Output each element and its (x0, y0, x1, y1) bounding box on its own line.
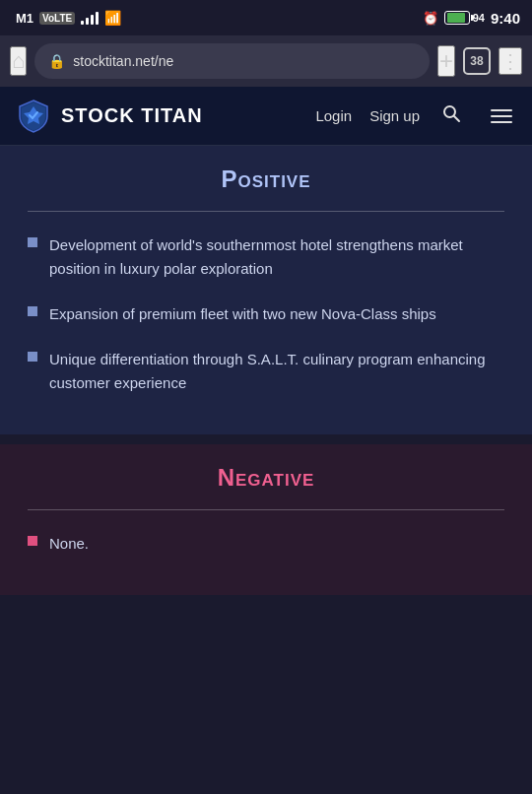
site-logo[interactable]: STOCK TITAN (16, 99, 315, 134)
new-tab-button[interactable]: + (437, 45, 455, 77)
hamburger-line (491, 121, 512, 123)
wifi-icon: 📶 (104, 10, 121, 26)
list-item: Development of world's southernmost hote… (28, 233, 504, 281)
volte-badge: VoLTE (39, 12, 75, 25)
bullet-icon (28, 306, 37, 316)
logo-text: STOCK TITAN (61, 104, 203, 127)
logo-shield-icon (16, 99, 51, 134)
positive-title: Positive (28, 165, 504, 193)
positive-list: Development of world's southernmost hote… (28, 233, 504, 395)
search-button[interactable] (437, 99, 465, 132)
bullet-icon (28, 352, 37, 362)
positive-divider (28, 211, 504, 212)
browser-menu-button[interactable]: ⋮ (499, 47, 522, 75)
positive-header: Positive (28, 165, 504, 193)
status-bar: M1 VoLTE 📶 ⏰ 94 9:40 (0, 0, 532, 35)
hamburger-menu-button[interactable] (487, 105, 516, 127)
browser-bar: ⌂ 🔒 stocktitan.net/ne + 38 ⋮ (0, 35, 532, 87)
negative-section: Negative None. (0, 444, 532, 595)
time-display: 9:40 (491, 10, 520, 27)
address-text: stocktitan.net/ne (73, 53, 416, 69)
nav-links: Login Sign up (315, 99, 516, 132)
status-left: M1 VoLTE 📶 (16, 10, 121, 26)
negative-header: Negative (28, 464, 504, 492)
list-item: Unique differentiation through S.A.L.T. … (28, 348, 504, 395)
positive-item-1: Development of world's southernmost hote… (49, 233, 504, 281)
nav-bar: STOCK TITAN Login Sign up (0, 87, 532, 146)
hamburger-line (491, 109, 512, 111)
address-bar[interactable]: 🔒 stocktitan.net/ne (34, 43, 430, 79)
search-icon (441, 103, 461, 123)
positive-section: Positive Development of world's southern… (0, 146, 532, 434)
page-content: Positive Development of world's southern… (0, 146, 532, 595)
bullet-icon (28, 237, 37, 247)
signup-link[interactable]: Sign up (369, 107, 420, 124)
login-link[interactable]: Login (315, 107, 352, 124)
bullet-icon (28, 536, 37, 546)
carrier-label: M1 (16, 11, 33, 26)
address-security-icon: 🔒 (48, 53, 65, 69)
negative-title: Negative (28, 464, 504, 492)
tabs-count-button[interactable]: 38 (463, 47, 491, 75)
negative-item-1: None. (49, 532, 89, 556)
battery-icon (444, 11, 470, 25)
signal-icon (81, 11, 99, 25)
battery-container: 94 (444, 11, 485, 25)
list-item: Expansion of premium fleet with two new … (28, 302, 504, 326)
svg-line-1 (454, 116, 459, 121)
list-item: None. (28, 532, 504, 556)
status-right: ⏰ 94 9:40 (423, 10, 520, 27)
hamburger-line (491, 115, 512, 117)
battery-percentage: 94 (473, 12, 485, 24)
positive-item-3: Unique differentiation through S.A.L.T. … (49, 348, 504, 395)
positive-item-2: Expansion of premium fleet with two new … (49, 302, 436, 326)
browser-home-button[interactable]: ⌂ (10, 46, 27, 76)
negative-list: None. (28, 532, 504, 556)
negative-divider (28, 509, 504, 510)
alarm-icon: ⏰ (423, 11, 438, 26)
